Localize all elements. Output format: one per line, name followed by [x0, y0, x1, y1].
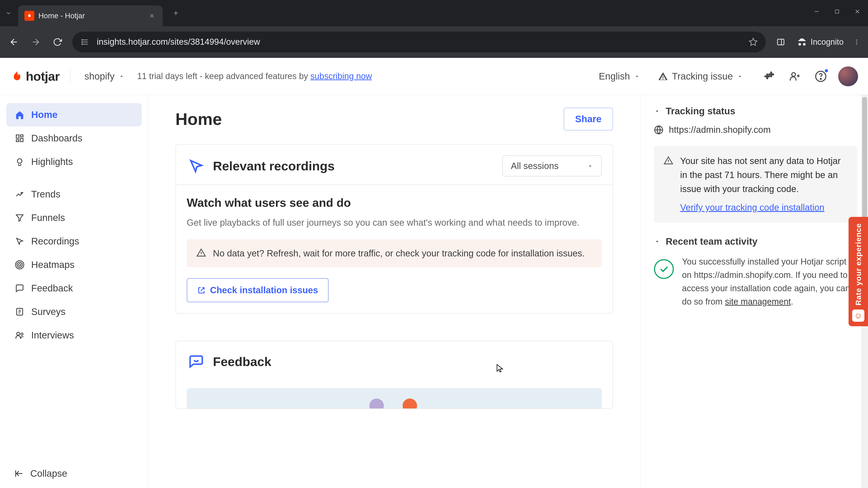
nav-forward-button: [26, 33, 45, 52]
header-divider: [70, 70, 70, 83]
recordings-card-title: Relevant recordings: [213, 159, 335, 173]
recordings-card: Relevant recordings All sessions Watch w…: [176, 144, 613, 314]
language-switcher[interactable]: English: [599, 71, 640, 82]
sidebar-item-heatmaps[interactable]: Heatmaps: [6, 253, 142, 276]
site-switcher-label: shopify: [85, 71, 115, 82]
sidebar-item-label: Recordings: [31, 236, 79, 247]
tracking-issue-dropdown[interactable]: Tracking issue: [658, 71, 743, 82]
svg-point-8: [856, 41, 857, 42]
integrations-button[interactable]: [761, 68, 778, 85]
recordings-lead: Watch what users see and do: [187, 196, 602, 209]
sessions-filter-label: All sessions: [511, 161, 559, 171]
address-bar[interactable]: insights.hotjar.com/sites/3814994/overvi…: [72, 32, 766, 53]
svg-point-2: [82, 41, 83, 42]
hotjar-logo[interactable]: hotjar: [10, 69, 60, 84]
scrollbar-thumb[interactable]: [862, 97, 867, 233]
tracking-warning-text: Your site has not sent any data to Hotja…: [680, 156, 841, 194]
nav-back-button[interactable]: [4, 33, 24, 52]
tab-close-icon[interactable]: [147, 11, 156, 20]
sidebar-item-recordings[interactable]: Recordings: [6, 230, 142, 253]
browser-tab[interactable]: Home - Hotjar: [18, 5, 163, 26]
collapse-label: Collapse: [30, 468, 67, 479]
external-link-icon: [197, 286, 206, 294]
sessions-filter-dropdown[interactable]: All sessions: [502, 156, 602, 176]
feedback-card-title: Feedback: [213, 354, 271, 369]
share-button[interactable]: Share: [563, 107, 613, 131]
heatmaps-icon: [14, 260, 25, 270]
home-icon: [14, 109, 25, 120]
interviews-icon: [14, 330, 25, 340]
activity-text: You successfully installed your Hotjar s…: [682, 255, 857, 308]
trial-text: 11 trial days left - keep advanced featu…: [137, 71, 308, 81]
sidebar-item-label: Surveys: [31, 306, 66, 317]
sidebar: Home Dashboards Highlights Trends Funnel…: [0, 95, 148, 488]
sidebar-item-dashboards[interactable]: Dashboards: [6, 127, 142, 150]
incognito-indicator[interactable]: Incognito: [793, 37, 847, 47]
sidebar-item-feedback[interactable]: Feedback: [6, 276, 142, 300]
sidebar-item-highlights[interactable]: Highlights: [6, 150, 142, 173]
svg-rect-16: [16, 140, 19, 142]
surveys-icon: [14, 306, 25, 317]
hotjar-favicon: [24, 11, 34, 21]
trends-icon: [14, 189, 25, 199]
side-panel-button[interactable]: [771, 33, 790, 52]
sidebar-item-funnels[interactable]: Funnels: [6, 206, 142, 230]
page-title: Home: [176, 109, 222, 129]
svg-point-12: [820, 78, 822, 79]
new-tab-button[interactable]: [169, 6, 183, 20]
user-avatar[interactable]: [838, 66, 858, 86]
svg-point-19: [17, 262, 22, 267]
svg-rect-15: [20, 138, 23, 142]
sidebar-item-label: Trends: [31, 189, 60, 200]
sidebar-item-label: Feedback: [31, 283, 73, 294]
tab-title: Home - Hotjar: [38, 11, 143, 20]
sidebar-item-label: Funnels: [31, 213, 65, 223]
hotjar-wordmark: hotjar: [26, 69, 60, 84]
feedback-side-tab[interactable]: Rate your experience ☺: [848, 217, 868, 326]
check-installation-label: Check installation issues: [210, 285, 318, 295]
recent-activity-header[interactable]: Recent team activity: [654, 236, 857, 247]
verify-tracking-link[interactable]: Verify your tracking code installation: [680, 200, 825, 215]
sidebar-item-interviews[interactable]: Interviews: [6, 324, 142, 347]
dashboards-icon: [14, 133, 25, 143]
nav-reload-button[interactable]: [48, 33, 67, 52]
funnels-icon: [14, 213, 25, 223]
no-data-warning: No data yet? Refresh, wait for more traf…: [187, 239, 602, 267]
window-maximize-button[interactable]: [832, 6, 842, 17]
invite-user-button[interactable]: [786, 68, 803, 85]
highlights-icon: [14, 157, 25, 167]
app-header: hotjar shopify 11 trial days left - keep…: [0, 58, 868, 95]
window-close-button[interactable]: [852, 6, 863, 17]
smile-icon: ☺: [852, 310, 864, 322]
svg-point-10: [792, 72, 796, 76]
help-button[interactable]: [812, 68, 829, 85]
site-switcher[interactable]: shopify: [81, 69, 128, 84]
caret-down-icon: [654, 108, 660, 114]
collapse-sidebar-button[interactable]: Collapse: [14, 468, 133, 479]
sidebar-item-surveys[interactable]: Surveys: [6, 300, 142, 324]
sidebar-item-label: Heatmaps: [31, 259, 74, 270]
chevron-down-icon: [119, 73, 125, 79]
browser-menu-button[interactable]: [850, 35, 864, 49]
tracked-site-row: https://admin.shopify.com: [654, 125, 857, 135]
svg-rect-0: [835, 10, 839, 13]
recordings-sub: Get live playbacks of full user journeys…: [187, 216, 602, 229]
chevron-down-icon: [634, 73, 640, 79]
sidebar-item-trends[interactable]: Trends: [6, 183, 142, 206]
tab-search-button[interactable]: [2, 6, 16, 20]
check-installation-button[interactable]: Check installation issues: [187, 278, 329, 302]
tracking-status-title: Tracking status: [666, 106, 735, 117]
subscribe-link[interactable]: subscribing now: [310, 71, 372, 81]
svg-point-3: [82, 43, 83, 44]
bookmark-star-icon[interactable]: [748, 37, 758, 47]
site-info-icon[interactable]: [80, 37, 90, 47]
sidebar-item-label: Home: [31, 109, 58, 120]
tracking-status-header[interactable]: Tracking status: [654, 106, 857, 117]
globe-icon: [654, 125, 663, 135]
main-content: Home Share Relevant recordings All sessi…: [148, 95, 640, 488]
sidebar-item-home[interactable]: Home: [6, 103, 142, 127]
site-management-link[interactable]: site management: [725, 297, 791, 306]
window-minimize-button[interactable]: [811, 6, 822, 17]
caret-down-icon: [654, 238, 660, 245]
tracking-issue-label: Tracking issue: [672, 71, 733, 82]
